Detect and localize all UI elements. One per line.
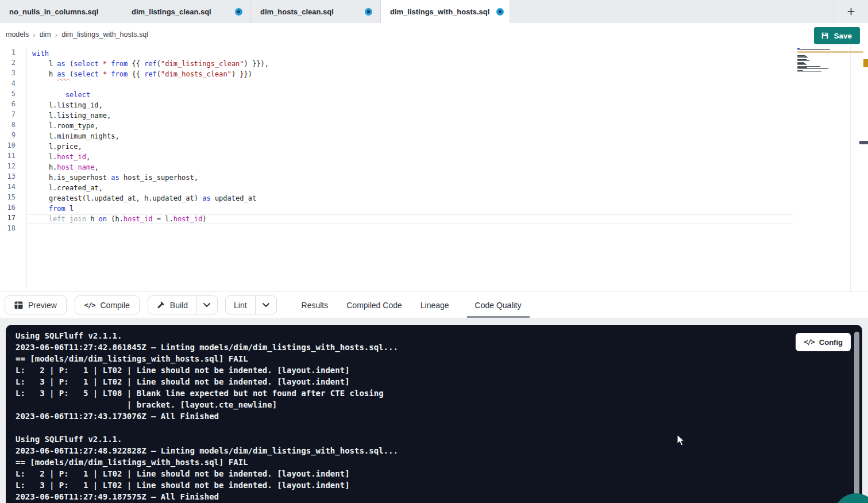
editor-rail-divider	[850, 46, 851, 292]
preview-button-label: Preview	[28, 301, 57, 310]
bottom-panel-area: Using SQLFluff v2.1.1. 2023-06-06T11:27:…	[0, 318, 868, 503]
terminal-output: Using SQLFluff v2.1.1. 2023-06-06T11:27:…	[16, 330, 398, 502]
unsaved-changes-icon	[365, 8, 372, 16]
tab-label: dim_listings_with_hosts.sql	[390, 7, 489, 16]
action-toolbar: Preview </> Compile Build Lint Results	[0, 292, 868, 318]
tab-label: no_nulls_in_columns.sql	[9, 7, 114, 16]
code-line[interactable]: greatest(l.updated_at, h.updated_at) as …	[28, 193, 793, 203]
code-line[interactable]	[28, 224, 793, 235]
breadcrumb: models › dim › dim_listings_with_hosts.s…	[6, 23, 148, 46]
editor-minimap[interactable]	[797, 48, 865, 74]
config-code-icon: </>	[804, 338, 815, 346]
tab-compiled-code-label: Compiled Code	[346, 301, 402, 310]
save-button-label: Save	[834, 32, 852, 40]
save-button[interactable]: Save	[814, 27, 860, 44]
result-panel-tabs: Results Compiled Code Lineage Code Quali…	[301, 292, 530, 318]
code-editor[interactable]: 123456789101112131415161718 with l as (s…	[0, 46, 868, 292]
tab-label: dim_hosts_clean.sql	[260, 7, 358, 16]
chevron-down-icon	[203, 303, 210, 307]
compile-button-label: Compile	[100, 301, 129, 310]
build-button-label: Build	[170, 301, 188, 310]
chevron-down-icon	[263, 303, 269, 307]
code-line[interactable]: h.host_name,	[28, 162, 793, 172]
editor-gutter: 123456789101112131415161718	[0, 48, 27, 290]
code-line[interactable]: l.created_at,	[28, 183, 793, 193]
chevron-right-icon: ›	[33, 30, 35, 39]
new-tab-area: +	[834, 0, 868, 23]
lint-warning-marker-icon[interactable]	[863, 59, 868, 67]
lint-split-button: Lint	[225, 295, 277, 314]
lint-button[interactable]: Lint	[226, 296, 255, 314]
code-line[interactable]: left join h on (h.host_id = l.host_id)	[28, 214, 793, 224]
code-line[interactable]: l.room_type,	[28, 121, 793, 131]
code-line[interactable]: l.host_id,	[28, 152, 793, 162]
file-tab-bar: no_nulls_in_columns.sql dim_listings_cle…	[0, 0, 868, 23]
tab-dim-listings-with-hosts[interactable]: dim_listings_with_hosts.sql	[381, 0, 510, 23]
code-icon: </>	[84, 301, 95, 309]
tab-no-nulls-in-columns[interactable]: no_nulls_in_columns.sql	[0, 0, 122, 23]
cursor-position-marker-icon[interactable]	[859, 141, 868, 144]
compile-button[interactable]: </> Compile	[75, 295, 140, 314]
unsaved-changes-icon	[496, 8, 504, 16]
build-dropdown-toggle[interactable]	[196, 296, 217, 314]
tab-lineage[interactable]: Lineage	[420, 292, 450, 318]
config-button[interactable]: </> Config	[796, 333, 851, 351]
lint-button-label: Lint	[234, 301, 247, 310]
tab-lineage-label: Lineage	[421, 301, 449, 310]
lint-terminal-panel[interactable]: Using SQLFluff v2.1.1. 2023-06-06T11:27:…	[6, 325, 862, 503]
code-line[interactable]: l.minimum_nights,	[28, 131, 793, 141]
tab-dim-hosts-clean[interactable]: dim_hosts_clean.sql	[251, 0, 381, 23]
code-line[interactable]: h as (select * from {{ ref("dim_hosts_cl…	[28, 69, 793, 79]
breadcrumb-file: dim_listings_with_hosts.sql	[61, 30, 148, 39]
unsaved-changes-icon	[235, 8, 242, 16]
code-line[interactable]: l.listing_name,	[28, 110, 793, 121]
tab-results-label: Results	[302, 301, 329, 310]
code-line[interactable]: from l	[28, 203, 793, 214]
code-line[interactable]	[28, 79, 793, 90]
tab-code-quality-label: Code Quality	[475, 301, 522, 310]
config-button-label: Config	[819, 338, 843, 347]
code-line[interactable]: l.price,	[28, 141, 793, 152]
build-button[interactable]: Build	[148, 296, 196, 314]
code-editor-lines[interactable]: with l as (select * from {{ ref("dim_lis…	[28, 48, 793, 235]
file-header-bar: models › dim › dim_listings_with_hosts.s…	[0, 23, 868, 46]
tab-label: dim_listings_clean.sql	[132, 7, 228, 16]
tab-dim-listings-clean[interactable]: dim_listings_clean.sql	[122, 0, 251, 23]
terminal-scrollbar[interactable]	[854, 332, 859, 501]
breadcrumb-dim[interactable]: dim	[40, 30, 51, 39]
chevron-right-icon: ›	[55, 30, 57, 39]
tab-results[interactable]: Results	[301, 292, 329, 318]
build-split-button: Build	[148, 295, 218, 314]
tab-code-quality[interactable]: Code Quality	[467, 292, 530, 318]
code-line[interactable]: l.listing_id,	[28, 100, 793, 110]
code-line[interactable]: l as (select * from {{ ref("dim_listings…	[28, 59, 793, 69]
code-line[interactable]: h.is_superhost as host_is_superhost,	[28, 172, 793, 183]
code-line[interactable]: with	[28, 48, 793, 59]
breadcrumb-models[interactable]: models	[6, 30, 29, 39]
code-line[interactable]: select	[28, 90, 793, 100]
table-icon	[14, 301, 23, 309]
preview-button[interactable]: Preview	[5, 295, 67, 314]
new-tab-plus-icon[interactable]: +	[847, 5, 855, 18]
tab-compiled-code[interactable]: Compiled Code	[346, 292, 403, 318]
lint-dropdown-toggle[interactable]	[255, 296, 276, 314]
hammer-icon	[156, 301, 165, 309]
save-icon	[821, 32, 829, 40]
